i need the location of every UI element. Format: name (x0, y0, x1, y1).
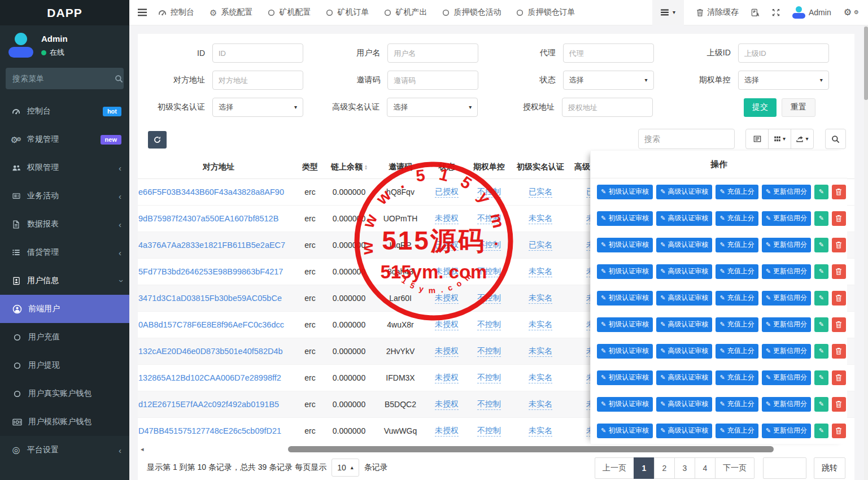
column-header[interactable]: 初级实名认证 (508, 156, 573, 178)
status-link[interactable]: 未授权 (435, 346, 459, 357)
action-button-4[interactable]: ✎更新信用分 (762, 317, 811, 332)
reset-button[interactable]: 重置 (782, 98, 815, 117)
filter-input-用户名[interactable] (387, 43, 478, 63)
status-link[interactable]: 已授权 (435, 240, 459, 251)
primary-kyc-link[interactable]: 未实名 (529, 293, 552, 304)
nav-item-6[interactable]: 质押锁仓活动 (442, 7, 501, 18)
edit-button[interactable]: ✎ (814, 317, 828, 332)
page-size-dropdown[interactable]: 10 ▴ (332, 459, 359, 477)
sidebar-item-6[interactable]: 借贷管理‹ (0, 238, 129, 267)
fullscreen-icon[interactable] (772, 8, 780, 16)
action-button-1[interactable]: ✎初级认证审核 (597, 397, 653, 412)
page-button-1[interactable]: 1 (634, 457, 655, 479)
option-control-link[interactable]: 不控制 (477, 373, 501, 383)
jump-page-input[interactable] (763, 457, 806, 479)
export-button[interactable]: ▾ (791, 129, 814, 149)
action-button-2[interactable]: ✎高级认证审核 (656, 264, 712, 279)
address-link[interactable]: 4a376A7Aa2833e1821FB611B5e2aEC7 (138, 241, 285, 250)
action-button-3[interactable]: ✎充值上分 (716, 211, 758, 226)
action-button-4[interactable]: ✎更新信用分 (762, 370, 811, 385)
delete-button[interactable] (832, 185, 846, 199)
address-link[interactable]: 0AB8d157C78F6E8E8f96AeFC0c36dcc (138, 320, 284, 329)
delete-button[interactable] (832, 264, 846, 279)
horizontal-scrollbar[interactable]: ◂ (138, 446, 854, 453)
status-link[interactable]: 已授权 (435, 187, 459, 198)
action-button-2[interactable]: ✎高级认证审核 (656, 344, 712, 359)
action-button-1[interactable]: ✎初级认证审核 (597, 317, 653, 332)
columns-button[interactable]: ▾ (768, 129, 791, 149)
delete-button[interactable] (832, 397, 846, 412)
hamburger-icon[interactable] (138, 8, 147, 16)
page-button-3[interactable]: 3 (674, 457, 695, 479)
primary-kyc-link[interactable]: 已实名 (529, 240, 552, 251)
scroll-left-arrow-icon[interactable]: ◂ (141, 446, 144, 453)
sort-carets-icon[interactable]: ▴▾ (365, 164, 367, 170)
status-link[interactable]: 未授权 (435, 426, 459, 437)
edit-button[interactable]: ✎ (814, 185, 828, 199)
action-button-2[interactable]: ✎高级认证审核 (656, 291, 712, 306)
sidebar-subitem-1[interactable]: 前端用户 (0, 295, 129, 323)
sidebar-item-1[interactable]: 控制台hot (0, 97, 129, 125)
delete-button[interactable] (832, 424, 846, 438)
sidebar-subitem-2[interactable]: 用户充值 (0, 323, 129, 351)
column-header[interactable]: 对方地址 (138, 156, 299, 178)
option-control-link[interactable]: 不控制 (477, 267, 501, 277)
action-button-3[interactable]: ✎充值上分 (716, 424, 758, 438)
next-page-button[interactable]: 下一页 (715, 457, 754, 479)
primary-kyc-link[interactable]: 未实名 (529, 213, 552, 224)
action-button-4[interactable]: ✎更新信用分 (762, 344, 811, 359)
nav-item-5[interactable]: 矿机产出 (384, 7, 427, 18)
search-button[interactable] (825, 129, 846, 149)
address-link[interactable]: 132cAE20D46e0D873b501e40f582D4b (138, 347, 283, 356)
table-search-input[interactable] (638, 129, 735, 149)
edit-button[interactable]: ✎ (814, 344, 828, 359)
edit-button[interactable]: ✎ (814, 370, 828, 385)
sidebar-item-4[interactable]: 业务活动‹ (0, 182, 129, 210)
submit-button[interactable]: 提交 (744, 98, 777, 117)
nav-item-1[interactable]: 控制台 (158, 7, 194, 18)
address-link[interactable]: 3471d3C1aD03815Fb30be59AC05bCe (138, 294, 282, 303)
toggle-view-button[interactable] (745, 129, 769, 149)
primary-kyc-link[interactable]: 已实名 (529, 187, 552, 198)
column-header[interactable]: 邀请码 (377, 156, 424, 178)
action-button-4[interactable]: ✎更新信用分 (762, 238, 811, 252)
action-button-3[interactable]: ✎充值上分 (716, 317, 758, 332)
column-header[interactable]: 链上余额▴▾ (321, 156, 377, 178)
delete-button[interactable] (832, 370, 846, 385)
status-link[interactable]: 未授权 (435, 267, 459, 277)
edit-button[interactable]: ✎ (814, 264, 828, 279)
action-button-1[interactable]: ✎初级认证审核 (597, 344, 653, 359)
jump-button[interactable]: 跳转 (814, 457, 845, 479)
column-header[interactable]: 期权单控 (470, 156, 508, 178)
nav-item-7[interactable]: 质押锁仓订单 (516, 7, 575, 18)
action-button-1[interactable]: ✎初级认证审核 (597, 264, 653, 279)
vertical-scrollbar[interactable] (864, 25, 868, 480)
refresh-button[interactable] (148, 131, 167, 149)
action-button-3[interactable]: ✎充值上分 (716, 291, 758, 306)
option-control-link[interactable]: 不控制 (477, 426, 501, 437)
action-button-3[interactable]: ✎充值上分 (716, 264, 758, 279)
page-button-2[interactable]: 2 (654, 457, 675, 479)
sidebar-item-5[interactable]: 数据报表‹ (0, 210, 129, 238)
primary-kyc-link[interactable]: 未实名 (529, 346, 552, 357)
option-control-link[interactable]: 不控制 (477, 240, 501, 251)
sidebar-subitem-3[interactable]: 用户提现 (0, 351, 129, 379)
user-menu[interactable]: Admin (792, 6, 831, 19)
column-header[interactable]: 状态 (424, 156, 470, 178)
action-button-1[interactable]: ✎初级认证审核 (597, 185, 653, 199)
address-link[interactable]: 132865A12Bd102CAA006D7e28998ff2 (138, 373, 281, 382)
action-button-1[interactable]: ✎初级认证审核 (597, 211, 653, 226)
sidebar-search-input[interactable] (12, 74, 115, 83)
action-button-4[interactable]: ✎更新信用分 (762, 185, 811, 199)
sidebar-subitem-4[interactable]: 用户真实账户钱包 (0, 379, 129, 408)
action-button-3[interactable]: ✎充值上分 (716, 344, 758, 359)
status-link[interactable]: 未授权 (435, 399, 459, 410)
nav-item-2[interactable]: ⚙系统配置 (210, 7, 252, 18)
filter-input-邀请码[interactable] (387, 71, 478, 90)
sidebar-item-7[interactable]: 用户信息‹ (0, 267, 129, 295)
action-button-4[interactable]: ✎更新信用分 (762, 424, 811, 438)
option-control-link[interactable]: 不控制 (477, 213, 501, 224)
nav-item-4[interactable]: 矿机订单 (326, 7, 369, 18)
action-button-1[interactable]: ✎初级认证审核 (597, 291, 653, 306)
filter-input-代理[interactable] (563, 43, 654, 63)
